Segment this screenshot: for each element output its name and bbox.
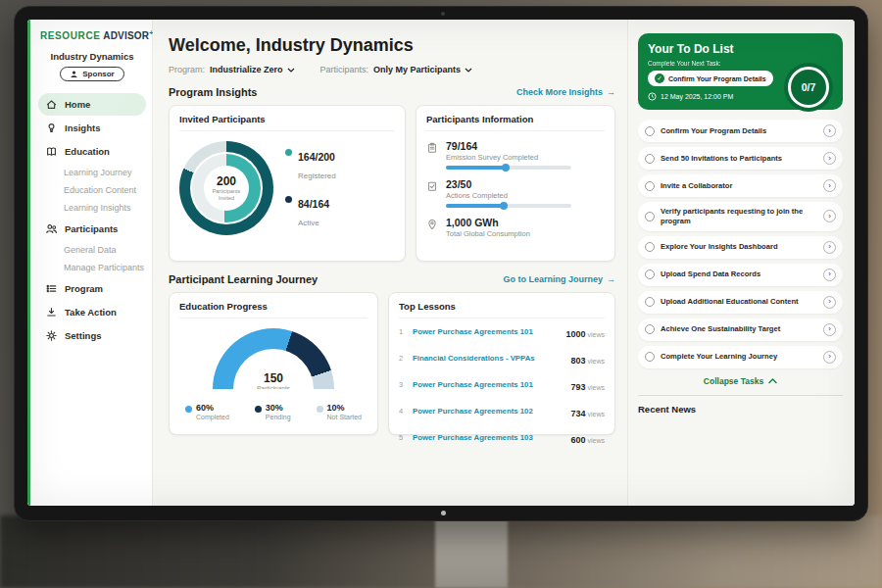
page-title: Welcome, Industry Dynamics xyxy=(169,35,615,56)
check-icon: ✓ xyxy=(655,74,664,83)
lightbulb-icon xyxy=(45,122,58,134)
arrow-right-icon: → xyxy=(607,274,615,284)
app-logo: RESOURCE ADVISOR+ xyxy=(38,29,146,41)
consumption-row: 1,000 GWh Total Global Consumption xyxy=(426,208,605,238)
task-checkbox[interactable] xyxy=(645,242,655,252)
legend-not-started: 10% Not Started xyxy=(317,403,362,420)
task-checkbox[interactable] xyxy=(645,154,655,164)
invited-participants-card: Invited Participants 200 Participants In… xyxy=(169,105,406,262)
navy-dot-icon xyxy=(285,196,292,203)
power-led xyxy=(441,511,446,515)
download-icon xyxy=(45,306,58,318)
org-name: Industry Dynamics xyxy=(38,51,146,62)
arrow-right-icon: → xyxy=(607,87,615,97)
legend-active: 84/164Active xyxy=(285,194,336,229)
chevron-down-icon xyxy=(465,68,472,73)
lesson-link[interactable]: Power Purchase Agreements 103 xyxy=(413,433,564,442)
chevron-right-icon[interactable]: › xyxy=(823,269,836,281)
sidebar-item-insights[interactable]: Insights xyxy=(38,117,146,139)
legend-registered: 164/200Registered xyxy=(285,147,336,182)
teal-dot-icon xyxy=(285,149,292,156)
task-item[interactable]: Confirm Your Program Details › xyxy=(638,120,843,142)
go-to-learning-journey-link[interactable]: Go to Learning Journey → xyxy=(503,274,615,284)
chevron-right-icon[interactable]: › xyxy=(823,210,836,222)
sidebar: RESOURCE ADVISOR+ Industry Dynamics Spon… xyxy=(27,20,153,506)
pale-dot-icon xyxy=(317,406,323,413)
task-item[interactable]: Verify participants requesting to join t… xyxy=(638,202,843,231)
sidebar-nav: Home Insights Education Learning Journey… xyxy=(38,93,146,347)
task-checkbox[interactable] xyxy=(645,352,655,362)
lesson-row: 3 Power Purchase Agreements 101 793views xyxy=(399,371,605,398)
task-checkbox[interactable] xyxy=(645,212,655,221)
chevron-right-icon[interactable]: › xyxy=(823,241,836,254)
task-checkbox[interactable] xyxy=(645,126,655,136)
task-item[interactable]: Upload Spend Data Records › xyxy=(638,264,843,286)
lesson-row: 2 Financial Considerations - VPPAs 803vi… xyxy=(399,345,605,371)
education-card-title: Education Progress xyxy=(179,301,368,318)
chevron-right-icon[interactable]: › xyxy=(823,179,836,192)
clipboard-icon xyxy=(426,142,438,154)
clock-icon xyxy=(648,92,657,101)
task-item[interactable]: Achieve One Sustainability Target › xyxy=(638,318,843,341)
sponsor-badge: Sponsor xyxy=(60,67,123,81)
chevron-right-icon[interactable]: › xyxy=(823,296,836,309)
sidebar-item-program[interactable]: Program xyxy=(38,277,146,300)
task-item[interactable]: Explore Your Insights Dashboard › xyxy=(638,236,843,259)
task-checkbox[interactable] xyxy=(645,181,655,191)
person-icon xyxy=(70,70,78,78)
chevron-right-icon[interactable]: › xyxy=(823,351,836,364)
task-list: Confirm Your Program Details › Send 50 I… xyxy=(638,120,843,368)
lesson-row: 4 Power Purchase Agreements 102 734views xyxy=(399,398,605,424)
sidebar-item-education[interactable]: Education xyxy=(38,140,146,163)
chevron-down-icon xyxy=(287,68,295,73)
program-filter-dropdown[interactable]: Industrialize Zero xyxy=(210,65,295,74)
recent-news-title: Recent News xyxy=(638,396,843,415)
check-more-insights-link[interactable]: Check More Insights → xyxy=(516,87,615,97)
monitor-bezel: RESOURCE ADVISOR+ Industry Dynamics Spon… xyxy=(14,6,868,521)
navy-dot-icon xyxy=(255,406,262,413)
lesson-row: 1 Power Purchase Agreements 101 1000view… xyxy=(399,318,605,345)
education-progress-card: Education Progress 150 Participants xyxy=(169,292,378,435)
lesson-link[interactable]: Power Purchase Agreements 101 xyxy=(413,380,564,389)
webcam-dot xyxy=(441,12,445,16)
sidebar-item-home[interactable]: Home xyxy=(38,93,146,116)
sidebar-item-settings[interactable]: Settings xyxy=(38,324,146,347)
lesson-link[interactable]: Power Purchase Agreements 101 xyxy=(413,327,560,336)
task-checkbox[interactable] xyxy=(645,270,655,279)
sidebar-subitem-learning-journey[interactable]: Learning Journey xyxy=(38,164,146,181)
sidebar-subitem-education-content[interactable]: Education Content xyxy=(38,181,146,199)
actions-completed-row: 23/50 Actions Completed xyxy=(426,170,605,208)
list-icon xyxy=(45,282,58,295)
info-card-title: Participants Information xyxy=(426,114,605,131)
task-item[interactable]: Invite a Collaborator › xyxy=(638,174,843,197)
next-task-pill[interactable]: ✓ Confirm Your Program Details xyxy=(648,71,773,86)
home-icon xyxy=(45,98,58,111)
lesson-row: 5 Power Purchase Agreements 103 600views xyxy=(399,424,605,451)
collapse-tasks-button[interactable]: Collapse Tasks xyxy=(638,376,843,386)
sidebar-subitem-manage-participants[interactable]: Manage Participants xyxy=(38,259,146,276)
task-checkbox[interactable] xyxy=(645,324,655,334)
participants-filter-label: Participants: xyxy=(320,65,369,74)
chevron-right-icon[interactable]: › xyxy=(823,124,836,137)
filters-row: Program: Industrialize Zero Participants… xyxy=(169,65,615,74)
people-icon xyxy=(45,222,58,235)
lesson-link[interactable]: Power Purchase Agreements 102 xyxy=(413,407,564,416)
task-checkbox[interactable] xyxy=(645,297,655,307)
task-item[interactable]: Send 50 Invitations to Participants › xyxy=(638,147,843,170)
lesson-link[interactable]: Financial Considerations - VPPAs xyxy=(413,354,564,363)
legend-completed: 60% Completed xyxy=(185,403,229,420)
program-insights-title: Program Insights xyxy=(169,86,257,98)
main-content: Welcome, Industry Dynamics Program: Indu… xyxy=(153,20,627,506)
program-filter-label: Program: xyxy=(169,65,205,74)
chevron-right-icon[interactable]: › xyxy=(823,152,836,165)
checklist-icon xyxy=(426,180,438,192)
emission-survey-row: 79/164 Emission Survey Completed xyxy=(426,131,605,170)
participants-filter-dropdown[interactable]: Only My Participants xyxy=(373,65,472,74)
task-item[interactable]: Complete Your Learning Journey › xyxy=(638,346,843,368)
sidebar-item-take-action[interactable]: Take Action xyxy=(38,301,146,323)
sidebar-subitem-general-data[interactable]: General Data xyxy=(38,241,146,259)
chevron-right-icon[interactable]: › xyxy=(823,323,836,336)
sidebar-subitem-learning-insights[interactable]: Learning Insights xyxy=(38,199,146,217)
task-item[interactable]: Upload Additional Educational Content › xyxy=(638,291,843,314)
sidebar-item-participants[interactable]: Participants xyxy=(38,218,146,240)
